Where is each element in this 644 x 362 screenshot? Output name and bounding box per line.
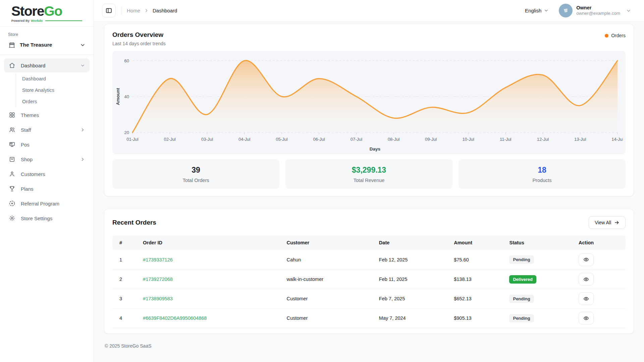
svg-text:40: 40	[124, 94, 129, 99]
language-selector[interactable]: English	[525, 8, 549, 13]
app-logo: StoreGo Powered ByWorkdo	[0, 0, 94, 27]
order-id-link[interactable]: #1738909583	[143, 296, 173, 301]
column-header: Status	[506, 235, 575, 250]
eye-icon	[583, 315, 589, 321]
order-date: May 7, 2024	[376, 308, 450, 328]
svg-text:20: 20	[124, 130, 129, 135]
stat-value: 39	[112, 166, 279, 175]
sidebar-item-referral-program[interactable]: Referral Program	[4, 196, 90, 210]
order-number: 2	[112, 269, 140, 289]
user-email: owner@example.com	[576, 11, 620, 16]
column-header: Customer	[283, 235, 375, 250]
user-name: Owner	[576, 5, 620, 11]
sidebar-item-label: Plans	[21, 186, 34, 192]
view-order-button[interactable]	[579, 253, 594, 266]
sidebar-item-plans[interactable]: Plans	[4, 182, 90, 196]
svg-text:07-Jul: 07-Jul	[351, 137, 363, 142]
column-header: Action	[575, 235, 626, 250]
stat-total-revenue: $3,299.13 Total Revenue	[285, 159, 452, 189]
sidebar-item-shop[interactable]: Shop	[4, 152, 90, 166]
legend-label: Orders	[611, 33, 626, 38]
order-customer: walk-in-customer	[283, 269, 375, 289]
powered-by: Powered ByWorkdo	[11, 19, 83, 22]
view-order-button[interactable]	[579, 292, 594, 305]
svg-text:11-Jul: 11-Jul	[500, 137, 512, 142]
order-amount: $138.13	[450, 269, 506, 289]
user-menu[interactable]: Owner owner@example.com	[559, 4, 631, 17]
order-id-link[interactable]: #1739337126	[143, 257, 173, 262]
footer-copyright: © 2025 StoreGo SaaS	[104, 334, 634, 356]
order-number: 1	[112, 250, 140, 269]
sidebar-item-staff[interactable]: Staff	[4, 123, 90, 137]
chevron-down-icon	[80, 63, 85, 68]
stat-label: Total Revenue	[285, 178, 452, 183]
chevron-right-icon	[80, 157, 85, 162]
grid-icon	[8, 111, 16, 119]
svg-text:05-Jul: 05-Jul	[276, 137, 288, 142]
stat-value: 18	[459, 166, 626, 175]
status-badge: Pending	[509, 314, 534, 322]
arrow-right-icon	[614, 220, 620, 225]
view-order-button[interactable]	[579, 273, 594, 286]
column-header: #	[112, 235, 140, 250]
svg-text:06-Jul: 06-Jul	[313, 137, 325, 142]
recent-orders-card: Recent Orders View All #Order IDCustomer…	[104, 209, 634, 334]
order-date: Feb 7, 2025	[376, 289, 450, 308]
column-header: Order ID	[140, 235, 283, 250]
sidebar-item-dashboard[interactable]: Dashboard	[4, 58, 90, 72]
sidebar-item-label: Store Settings	[21, 216, 52, 221]
status-badge: Pending	[509, 295, 534, 303]
breadcrumb: Home Dashboard	[127, 8, 177, 13]
sidebar-item-label: Pos	[21, 142, 30, 147]
legend-dot	[605, 34, 608, 38]
powered-underline	[45, 20, 82, 21]
chart-legend-orders[interactable]: Orders	[605, 33, 626, 38]
sidebar-item-label: Shop	[21, 157, 33, 162]
sidebar-item-customers[interactable]: Customers	[4, 167, 90, 181]
order-customer: Cahun	[283, 250, 375, 269]
breadcrumb-home-link[interactable]: Home	[127, 8, 140, 13]
stat-label: Total Orders	[112, 178, 279, 183]
svg-text:02-Jul: 02-Jul	[164, 137, 176, 142]
svg-text:03-Jul: 03-Jul	[201, 137, 213, 142]
app-root: StoreGo Powered ByWorkdo Store The Treas…	[0, 0, 644, 362]
user-icon	[8, 170, 16, 178]
stat-products: 18 Products	[459, 159, 626, 189]
store-selector[interactable]: The Treasure	[8, 41, 86, 49]
sidebar-subitem-store-analytics[interactable]: Store Analytics	[16, 84, 90, 96]
orders-table: #Order IDCustomerDateAmountStatusAction …	[112, 235, 626, 328]
sidebar-item-label: Customers	[21, 171, 45, 177]
table-row: 3#1738909583CustomerFeb 7, 2025$652.13Pe…	[112, 289, 626, 308]
order-amount: $652.13	[450, 289, 506, 308]
gear-icon	[8, 215, 16, 222]
table-header-row: #Order IDCustomerDateAmountStatusAction	[112, 235, 626, 250]
user-meta: Owner owner@example.com	[576, 5, 620, 16]
svg-text:60: 60	[124, 58, 129, 63]
sidebar-item-themes[interactable]: Themes	[4, 108, 90, 122]
svg-text:01-Jul: 01-Jul	[126, 137, 139, 142]
order-id-link[interactable]: #6639F8402D6A9950604868	[143, 315, 207, 321]
svg-text:Amount: Amount	[115, 88, 120, 105]
view-order-button[interactable]	[579, 312, 594, 324]
order-amount: $75.60	[450, 250, 506, 269]
svg-text:09-Jul: 09-Jul	[425, 137, 437, 142]
page-content: Orders Overview Last 14 days order trend…	[94, 21, 644, 362]
order-number: 4	[112, 308, 140, 328]
pos-terminal-icon	[8, 141, 16, 148]
sidebar-subitem-dashboard[interactable]: Dashboard	[16, 73, 90, 84]
sidebar-toggle-button[interactable]	[102, 4, 116, 17]
sidebar-item-pos[interactable]: Pos	[4, 137, 90, 152]
view-all-button[interactable]: View All	[589, 216, 626, 229]
sidebar-item-store-settings[interactable]: Store Settings	[4, 211, 90, 225]
panel-columns-icon	[105, 7, 112, 14]
chevron-down-icon	[80, 42, 86, 48]
svg-text:04-Jul: 04-Jul	[238, 137, 251, 142]
trophy-icon	[8, 185, 16, 192]
shopping-bag-icon	[8, 156, 16, 163]
sidebar-subitem-orders[interactable]: Orders	[16, 96, 90, 107]
eye-icon	[583, 296, 589, 302]
svg-text:13-Jul: 13-Jul	[574, 137, 586, 142]
order-id-link[interactable]: #1739272068	[143, 277, 173, 282]
order-customer: Customer	[283, 289, 375, 308]
topbar-right: English Owner owner@example.com	[525, 4, 631, 17]
